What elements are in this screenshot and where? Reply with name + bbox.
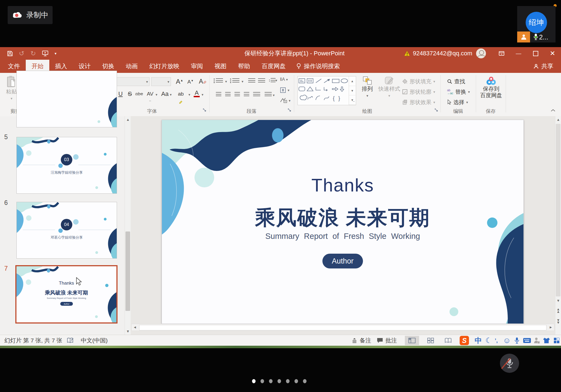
ime-moon-icon[interactable]: ☾ — [485, 335, 492, 346]
font-size-combobox[interactable]: ▾ — [151, 77, 171, 86]
change-case-button[interactable]: Aa — [161, 90, 169, 98]
thumbnail-slide-4-partial[interactable] — [16, 71, 117, 127]
slide-subtitle[interactable]: Summary Report of Fresh Style Working — [162, 232, 523, 241]
paragraph-dialog-launcher[interactable] — [288, 108, 292, 113]
columns-button[interactable] — [265, 92, 272, 98]
slide-scroll-up-icon[interactable]: ▲ — [555, 118, 561, 122]
undo-icon[interactable]: ↺ — [19, 50, 24, 57]
scroll-left-icon[interactable]: ◄ — [133, 325, 137, 329]
increase-indent-button[interactable] — [258, 78, 265, 84]
text-shadow-button[interactable]: abe — [135, 90, 144, 98]
shape-effects-button[interactable]: 形状效果▾ — [402, 98, 435, 107]
shape-fill-button[interactable]: 形状填充▾ — [402, 77, 435, 86]
normal-view-button[interactable] — [405, 336, 419, 345]
decrease-indent-button[interactable] — [248, 78, 255, 84]
font-color-button[interactable]: A — [192, 90, 201, 98]
ime-voice-icon[interactable] — [514, 337, 519, 344]
ime-keyboard-icon[interactable] — [523, 338, 531, 343]
shapes-gallery-scroll[interactable]: ▲▼▼̲ — [349, 76, 356, 105]
text-direction-button[interactable]: ‖A ▾ — [280, 77, 288, 82]
account-email[interactable]: 9248372442@qq.com — [413, 50, 472, 57]
tab-view[interactable]: 视图 — [209, 60, 232, 73]
bullets-dropdown[interactable]: ▾ — [225, 79, 227, 84]
slide-scroll-down-icon[interactable]: ▼ — [555, 299, 561, 303]
highlight-dropdown[interactable]: ▾ — [188, 93, 190, 97]
participant-video-tile[interactable]: 绍坤 2... — [517, 6, 556, 42]
ribbon-display-options-button[interactable] — [493, 47, 510, 60]
shrink-font-button[interactable]: A▼ — [187, 79, 194, 85]
numbering-button[interactable] — [232, 78, 239, 84]
slide-scrollbar-thumb[interactable] — [556, 124, 560, 296]
carousel-dot[interactable] — [252, 379, 256, 383]
tab-animations[interactable]: 动画 — [120, 60, 144, 73]
carousel-dot[interactable] — [277, 379, 281, 383]
carousel-dot[interactable] — [303, 379, 307, 383]
start-slideshow-icon[interactable] — [42, 50, 48, 56]
tell-me-search[interactable]: 操作说明搜索 — [291, 60, 345, 73]
share-button[interactable]: 共享 — [534, 60, 561, 73]
ime-language-icon[interactable]: 中 — [475, 335, 482, 346]
font-color-dropdown[interactable]: ▾ — [202, 93, 204, 97]
line-spacing-button[interactable]: ↕▾ — [268, 78, 277, 83]
smartart-dropdown[interactable]: ▾ — [289, 99, 291, 103]
slide-author-pill[interactable]: Author — [322, 254, 363, 268]
sogou-ime-icon[interactable]: S — [460, 336, 469, 345]
scroll-right-icon[interactable]: ► — [549, 325, 553, 329]
language-indicator[interactable]: 中文(中国) — [81, 335, 108, 346]
font-dialog-launcher[interactable] — [203, 108, 207, 113]
slide-sorter-view-button[interactable] — [423, 336, 438, 345]
tab-baidu-netdisk[interactable]: 百度网盘 — [256, 60, 291, 73]
change-case-dropdown[interactable]: ▾ — [170, 93, 172, 97]
carousel-dot[interactable] — [269, 379, 273, 383]
strikethrough-button[interactable]: S — [125, 90, 134, 98]
thumbnail-slide-7-selected[interactable]: Thanks 乘风破浪 未来可期 Summary Report of Fresh… — [15, 265, 118, 324]
tab-review[interactable]: 审阅 — [185, 60, 209, 73]
save-icon[interactable] — [7, 51, 13, 56]
bullets-button[interactable] — [216, 78, 223, 84]
notes-button[interactable]: 备注 — [351, 335, 371, 346]
thumbnail-scroll-down-icon[interactable]: ▼ — [125, 329, 131, 333]
reading-view-button[interactable] — [441, 336, 455, 345]
justify-button[interactable] — [244, 92, 249, 98]
drawing-dialog-launcher[interactable] — [434, 108, 439, 113]
redo-icon[interactable]: ↻ — [30, 50, 36, 57]
current-slide[interactable]: Thanks 乘风破浪 未来可期 Summary Report of Fresh… — [162, 120, 524, 324]
ime-skin-shirt-icon[interactable] — [543, 337, 550, 344]
ime-punctuation-icon[interactable]: ’, — [495, 335, 498, 346]
highlight-color-button[interactable]: ab — [176, 90, 185, 98]
slide-vertical-scrollbar[interactable]: ▲ ▼ ▲▲ ▼▼ — [555, 116, 561, 335]
character-spacing-button[interactable]: AV↔ — [146, 90, 154, 98]
spellcheck-icon[interactable] — [67, 335, 74, 346]
account-avatar[interactable] — [476, 48, 486, 58]
distribute-button[interactable] — [253, 92, 260, 98]
align-text-dropdown[interactable]: ▾ — [288, 88, 290, 92]
arrange-button[interactable]: 排列▾ — [359, 76, 375, 99]
ime-toolbox-icon[interactable] — [554, 338, 559, 343]
clear-formatting-button[interactable]: A — [199, 78, 207, 85]
quick-styles-button[interactable]: 快速样式▾ — [377, 76, 401, 99]
next-slide-button[interactable]: ▼▼ — [555, 319, 561, 324]
previous-slide-button[interactable]: ▲▲ — [555, 308, 561, 313]
comments-button[interactable]: 批注 — [377, 335, 397, 346]
thumbnail-slide-5[interactable]: 03 汪旭梅学姐经验分享 — [16, 137, 117, 194]
smartart-button[interactable] — [280, 98, 287, 103]
shape-outline-button[interactable]: 形状轮廓▾ — [402, 87, 435, 96]
tab-slideshow[interactable]: 幻灯片放映 — [144, 60, 185, 73]
find-button[interactable]: 查找 — [447, 77, 465, 86]
horizontal-scrollbar[interactable]: ◄ ► — [131, 324, 554, 331]
horizontal-scrollbar-thumb[interactable] — [139, 325, 546, 330]
replace-button[interactable]: ab→ac 替换▾ — [447, 87, 470, 96]
numbering-dropdown[interactable]: ▾ — [242, 79, 244, 84]
shapes-gallery[interactable]: {} ▲▼▼̲ — [297, 76, 356, 105]
carousel-dot[interactable] — [261, 379, 264, 383]
align-center-button[interactable] — [225, 92, 231, 98]
carousel-dots[interactable] — [252, 379, 307, 383]
save-to-baidu-button[interactable]: 保存到 百度网盘 — [479, 76, 503, 99]
ime-skin-person-icon[interactable]: 5 — [534, 337, 540, 344]
thumbnail-scrollbar-thumb[interactable] — [125, 231, 130, 311]
grow-font-button[interactable]: A▲ — [176, 78, 183, 85]
collapse-ribbon-button[interactable] — [551, 109, 556, 112]
tab-help[interactable]: 帮助 — [232, 60, 256, 73]
underline-button[interactable]: U — [116, 90, 125, 98]
thumbnail-slide-6[interactable]: 04 邓茗心学姐经验分享 — [16, 202, 117, 259]
